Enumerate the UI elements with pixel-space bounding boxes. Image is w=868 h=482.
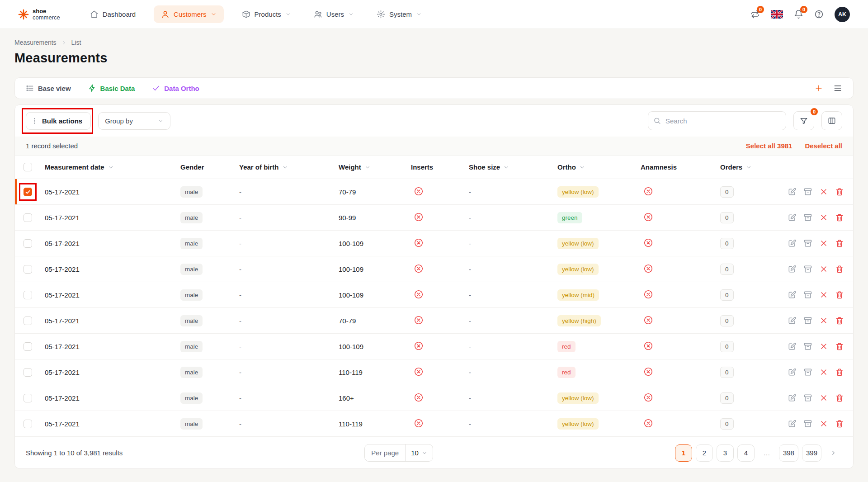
sync-icon[interactable]: 0 bbox=[750, 9, 760, 19]
archive-icon[interactable] bbox=[803, 419, 812, 428]
columns-button[interactable] bbox=[821, 111, 842, 130]
breadcrumb-measurements[interactable]: Measurements bbox=[14, 39, 57, 46]
archive-icon[interactable] bbox=[803, 187, 812, 196]
row-checkbox[interactable] bbox=[24, 394, 32, 402]
view-tab-data-ortho[interactable]: Data Ortho bbox=[152, 84, 199, 92]
edit-icon[interactable] bbox=[788, 213, 797, 222]
edit-icon[interactable] bbox=[788, 419, 797, 428]
row-checkbox[interactable] bbox=[24, 291, 32, 299]
delete-icon[interactable] bbox=[835, 368, 844, 377]
edit-icon[interactable] bbox=[788, 290, 797, 299]
nav-item-products[interactable]: Products bbox=[237, 5, 296, 23]
orders-badge: 0 bbox=[720, 289, 734, 301]
delete-icon[interactable] bbox=[835, 342, 844, 351]
remove-icon[interactable] bbox=[819, 187, 828, 196]
row-checkbox[interactable] bbox=[24, 342, 32, 351]
page-button-4[interactable]: 4 bbox=[737, 444, 755, 462]
circled-x-icon bbox=[414, 315, 424, 325]
archive-icon[interactable] bbox=[803, 213, 812, 222]
edit-icon[interactable] bbox=[788, 265, 797, 274]
row-checkbox[interactable] bbox=[24, 420, 32, 428]
col-header-weight[interactable]: Weight bbox=[334, 156, 406, 179]
archive-icon[interactable] bbox=[803, 239, 812, 248]
add-view-icon[interactable] bbox=[814, 84, 823, 93]
edit-icon[interactable] bbox=[788, 239, 797, 248]
select-all-link[interactable]: Select all 3981 bbox=[746, 142, 793, 150]
row-checkbox[interactable] bbox=[24, 213, 32, 222]
remove-icon[interactable] bbox=[819, 342, 828, 351]
cell-ortho: yellow (mid) bbox=[553, 282, 636, 308]
per-page-select[interactable]: 10 bbox=[406, 444, 433, 461]
avatar[interactable]: AK bbox=[835, 7, 850, 22]
search-input[interactable] bbox=[648, 111, 786, 130]
cell-inserts bbox=[406, 359, 464, 385]
nav-item-customers[interactable]: Customers bbox=[154, 5, 224, 23]
row-checkbox[interactable] bbox=[24, 317, 32, 325]
cell-year-of-birth: - bbox=[235, 256, 334, 282]
row-checkbox[interactable] bbox=[24, 239, 32, 248]
delete-icon[interactable] bbox=[835, 316, 844, 325]
row-checkbox[interactable] bbox=[24, 188, 32, 196]
remove-icon[interactable] bbox=[819, 393, 828, 402]
delete-icon[interactable] bbox=[835, 239, 844, 248]
col-header-orders[interactable]: Orders bbox=[716, 156, 774, 179]
view-tab-basic-data[interactable]: Basic Data bbox=[88, 84, 135, 92]
measurements-table: Measurement dateGenderYear of birthWeigh… bbox=[15, 156, 854, 437]
cell-inserts bbox=[406, 334, 464, 359]
page-button-3[interactable]: 3 bbox=[717, 444, 734, 462]
archive-icon[interactable] bbox=[803, 290, 812, 299]
remove-icon[interactable] bbox=[819, 419, 828, 428]
bulk-actions-button[interactable]: Bulk actions bbox=[26, 112, 91, 130]
notifications-bell-icon[interactable]: 0 bbox=[794, 9, 803, 19]
group-by-dropdown[interactable]: Group by bbox=[98, 112, 170, 130]
help-icon[interactable] bbox=[814, 9, 824, 19]
next-page-button[interactable] bbox=[825, 444, 842, 462]
delete-icon[interactable] bbox=[835, 290, 844, 299]
edit-icon[interactable] bbox=[788, 368, 797, 377]
page-button-398[interactable]: 398 bbox=[779, 444, 798, 462]
col-header-measurement-date[interactable]: Measurement date bbox=[40, 156, 176, 179]
nav-item-users[interactable]: Users bbox=[309, 5, 359, 23]
remove-icon[interactable] bbox=[819, 290, 828, 299]
delete-icon[interactable] bbox=[835, 419, 844, 428]
col-header-year-of-birth[interactable]: Year of birth bbox=[235, 156, 334, 179]
row-checkbox[interactable] bbox=[24, 368, 32, 377]
nav-item-dashboard[interactable]: Dashboard bbox=[85, 5, 140, 23]
delete-icon[interactable] bbox=[835, 187, 844, 196]
delete-icon[interactable] bbox=[835, 393, 844, 402]
archive-icon[interactable] bbox=[803, 316, 812, 325]
circled-x-icon bbox=[414, 418, 424, 428]
deselect-all-link[interactable]: Deselect all bbox=[805, 142, 842, 150]
select-all-checkbox[interactable] bbox=[24, 163, 32, 171]
view-list-icon[interactable] bbox=[833, 84, 842, 93]
archive-icon[interactable] bbox=[803, 342, 812, 351]
language-flag-uk-icon[interactable] bbox=[771, 10, 783, 19]
edit-icon[interactable] bbox=[788, 342, 797, 351]
edit-icon[interactable] bbox=[788, 316, 797, 325]
remove-icon[interactable] bbox=[819, 239, 828, 248]
col-header-ortho[interactable]: Ortho bbox=[553, 156, 636, 179]
archive-icon[interactable] bbox=[803, 393, 812, 402]
view-tab-base-view[interactable]: Base view bbox=[26, 84, 71, 92]
nav-item-system[interactable]: System bbox=[372, 5, 426, 23]
edit-icon[interactable] bbox=[788, 187, 797, 196]
page-button-2[interactable]: 2 bbox=[696, 444, 713, 462]
cell-measurement-date: 05-17-2021 bbox=[40, 385, 176, 411]
page-button-1[interactable]: 1 bbox=[675, 444, 692, 462]
archive-icon[interactable] bbox=[803, 368, 812, 377]
cell-measurement-date: 05-17-2021 bbox=[40, 359, 176, 385]
delete-icon[interactable] bbox=[835, 213, 844, 222]
breadcrumb-list[interactable]: List bbox=[71, 39, 81, 46]
remove-icon[interactable] bbox=[819, 213, 828, 222]
edit-icon[interactable] bbox=[788, 393, 797, 402]
filter-button[interactable]: 0 bbox=[793, 111, 814, 130]
delete-icon[interactable] bbox=[835, 265, 844, 274]
row-checkbox[interactable] bbox=[24, 265, 32, 274]
remove-icon[interactable] bbox=[819, 265, 828, 274]
col-header-shoe-size[interactable]: Shoe size bbox=[464, 156, 553, 179]
remove-icon[interactable] bbox=[819, 368, 828, 377]
brand-logo[interactable]: shoe commerce bbox=[18, 8, 60, 20]
archive-icon[interactable] bbox=[803, 265, 812, 274]
remove-icon[interactable] bbox=[819, 316, 828, 325]
page-button-399[interactable]: 399 bbox=[802, 444, 821, 462]
